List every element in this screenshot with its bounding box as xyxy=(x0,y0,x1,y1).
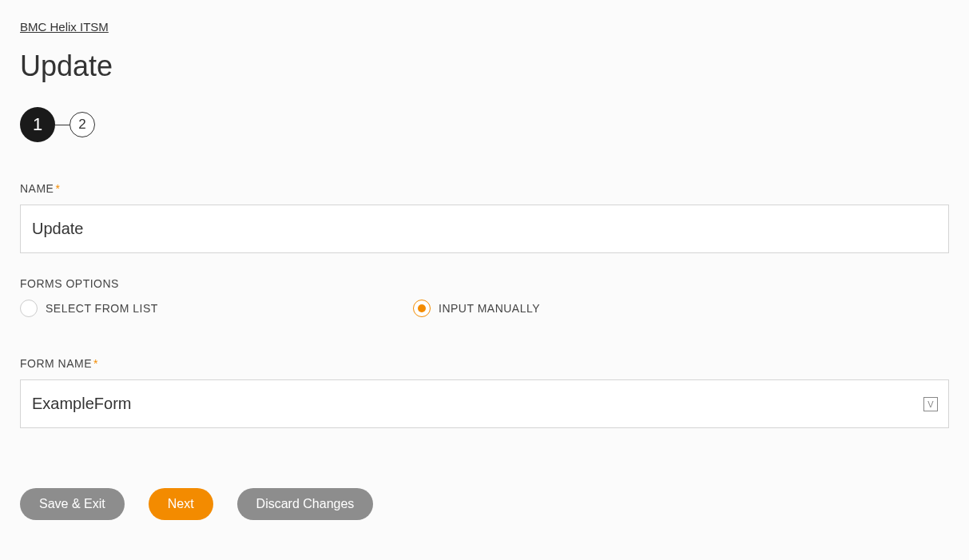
radio-input-manually[interactable]: INPUT MANUALLY xyxy=(413,300,806,317)
radio-label-input-manually: INPUT MANUALLY xyxy=(439,302,540,315)
name-label: NAME* xyxy=(20,182,949,195)
form-name-field-group: FORM NAME* V xyxy=(20,357,949,428)
radio-label-select-from-list: SELECT FROM LIST xyxy=(46,302,158,315)
step-1[interactable]: 1 xyxy=(20,107,55,142)
breadcrumb-link[interactable]: BMC Helix ITSM xyxy=(20,20,109,34)
name-input[interactable] xyxy=(20,205,949,253)
radio-button-selected[interactable] xyxy=(413,300,431,317)
form-name-input-wrapper: V xyxy=(20,379,949,428)
forms-options-group: FORMS OPTIONS SELECT FROM LIST INPUT MAN… xyxy=(20,277,949,317)
next-button[interactable]: Next xyxy=(149,488,213,520)
step-connector xyxy=(55,125,69,125)
name-label-text: NAME xyxy=(20,182,54,195)
form-name-label: FORM NAME* xyxy=(20,357,949,370)
required-marker: * xyxy=(55,182,60,195)
form-name-label-text: FORM NAME xyxy=(20,357,92,370)
name-field-group: NAME* xyxy=(20,182,949,253)
discard-changes-button[interactable]: Discard Changes xyxy=(237,488,374,520)
variable-icon[interactable]: V xyxy=(923,397,938,411)
radio-button-unselected[interactable] xyxy=(20,300,38,317)
radio-row: SELECT FROM LIST INPUT MANUALLY xyxy=(20,300,949,317)
step-2[interactable]: 2 xyxy=(69,112,95,137)
button-row: Save & Exit Next Discard Changes xyxy=(20,488,949,520)
form-name-input[interactable] xyxy=(20,379,949,428)
forms-options-label: FORMS OPTIONS xyxy=(20,277,949,290)
save-exit-button[interactable]: Save & Exit xyxy=(20,488,125,520)
stepper: 1 2 xyxy=(20,107,949,142)
required-marker: * xyxy=(93,357,98,370)
radio-dot xyxy=(418,304,426,312)
radio-select-from-list[interactable]: SELECT FROM LIST xyxy=(20,300,413,317)
page-title: Update xyxy=(20,50,949,83)
